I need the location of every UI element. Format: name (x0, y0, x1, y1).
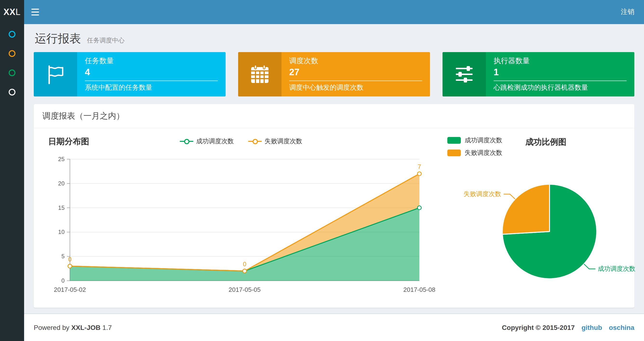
pie-legend: 成功调度次数 失败调度次数 (447, 136, 502, 157)
version: 1.7 (102, 324, 112, 331)
info-box-desc: 调度中心触发的调度次数 (289, 84, 422, 92)
sidebar-item-1-circle-icon[interactable] (9, 31, 16, 38)
info-box-label: 任务数量 (85, 57, 218, 66)
svg-text:失败调度次数: 失败调度次数 (464, 190, 501, 197)
svg-text:2017-05-05: 2017-05-05 (229, 286, 261, 293)
info-box-value: 27 (289, 67, 422, 78)
info-box-row: 任务数量 4 系统中配置的任务数量 调度次数 2 (34, 52, 634, 97)
copyright: Copyright © 2015-2017 (502, 324, 574, 331)
svg-text:2017-05-02: 2017-05-02 (54, 286, 86, 293)
info-box-label: 执行器数量 (494, 57, 627, 66)
powered-by: Powered by XXL-JOB 1.7 (34, 324, 112, 331)
sidebar-item-4-circle-icon[interactable] (9, 89, 16, 96)
line-legend-marker (180, 139, 193, 144)
sidebar-item-2-circle-icon[interactable] (9, 50, 16, 57)
info-box-divider (494, 81, 627, 81)
svg-text:25: 25 (58, 156, 64, 162)
svg-text:2017-05-08: 2017-05-08 (404, 286, 436, 293)
brand-name: XXL-JOB (71, 324, 100, 331)
info-box-divider (85, 81, 218, 81)
info-box-content: 执行器数量 1 心跳检测成功的执行器机器数量 (486, 52, 634, 97)
sidebar (0, 24, 24, 341)
page-title: 运行报表 (35, 32, 81, 45)
date-distribution-section: 日期分布图 成功调度次数 (38, 135, 439, 305)
legend-label: 失败调度次数 (465, 149, 502, 157)
legend-item-success[interactable]: 成功调度次数 (180, 137, 234, 146)
info-box-executors: 执行器数量 1 心跳检测成功的执行器机器数量 (442, 52, 634, 97)
logo[interactable]: XXL (0, 0, 24, 24)
pie-legend-fail[interactable]: 失败调度次数 (447, 149, 502, 157)
github-link[interactable]: github (582, 324, 602, 331)
pie-chart-title: 成功比例图 (526, 137, 566, 148)
logo-text-bold: XX (3, 7, 16, 17)
info-box-jobs: 任务数量 4 系统中配置的任务数量 (34, 52, 226, 97)
sidebar-item-3-circle-icon[interactable] (9, 70, 16, 76)
success-ratio-pie: 成功调度次数失败调度次数 (447, 158, 644, 303)
info-box-desc: 系统中配置的任务数量 (85, 84, 218, 92)
main-content: 运行报表 任务调度中心 任务数量 4 系统中配置的任务数量 (24, 24, 644, 313)
svg-text:20: 20 (58, 180, 64, 187)
footer: Powered by XXL-JOB 1.7 Copyright © 2015-… (24, 313, 644, 341)
pie-legend-swatch (447, 150, 461, 156)
flag-icon (34, 52, 77, 97)
xxl-job-dashboard: XXL 注销 运行报表 任务调度中心 任务数量 (0, 0, 644, 341)
calendar-icon (238, 52, 282, 97)
svg-text:0: 0 (62, 277, 64, 284)
info-box-value: 1 (494, 67, 627, 78)
sliders-icon (442, 52, 486, 97)
page-subtitle: 任务调度中心 (87, 37, 124, 44)
hamburger-menu-icon[interactable] (24, 0, 46, 24)
info-box-content: 调度次数 27 调度中心触发的调度次数 (282, 52, 430, 97)
line-chart-legend: 成功调度次数 失败调度次数 (44, 137, 439, 146)
info-box-divider (289, 81, 422, 81)
svg-text:0: 0 (243, 260, 246, 268)
svg-text:15: 15 (58, 204, 64, 211)
legend-item-fail[interactable]: 失败调度次数 (248, 137, 302, 146)
info-box-value: 4 (85, 67, 218, 78)
top-navbar: XXL 注销 (0, 0, 644, 24)
legend-label: 成功调度次数 (196, 137, 234, 146)
logo-text: L (16, 7, 21, 17)
page-header: 运行报表 任务调度中心 (34, 27, 634, 52)
pie-legend-success[interactable]: 成功调度次数 (447, 136, 502, 145)
legend-label: 失败调度次数 (265, 137, 302, 146)
footer-right: Copyright © 2015-2017 github oschina (502, 324, 634, 331)
pie-legend-swatch (447, 137, 461, 144)
legend-label: 成功调度次数 (465, 136, 502, 145)
info-box-label: 调度次数 (289, 57, 422, 66)
svg-text:7: 7 (418, 163, 421, 170)
svg-text:0: 0 (68, 256, 72, 263)
svg-text:成功调度次数: 成功调度次数 (598, 265, 635, 272)
report-panel: 调度报表（一月之内） 日期分布图 成功调度次数 (34, 104, 634, 308)
info-box-triggers: 调度次数 27 调度中心触发的调度次数 (238, 52, 430, 97)
powered-prefix: Powered by (34, 324, 70, 331)
panel-title: 调度报表（一月之内） (34, 104, 634, 128)
logout-button[interactable]: 注销 (611, 0, 644, 24)
svg-text:5: 5 (62, 253, 64, 259)
oschina-link[interactable]: oschina (609, 324, 634, 331)
info-box-content: 任务数量 4 系统中配置的任务数量 (77, 52, 226, 97)
info-box-desc: 心跳检测成功的执行器机器数量 (494, 84, 627, 92)
date-distribution-chart: 05101520252017-05-022017-05-052017-05-08… (44, 150, 439, 300)
svg-text:10: 10 (58, 229, 64, 235)
panel-body: 日期分布图 成功调度次数 (34, 128, 634, 308)
line-legend-marker (248, 139, 262, 144)
success-ratio-section: 成功调度次数 失败调度次数 成功比例图 成功调度次数失败调度次数 (439, 135, 644, 305)
